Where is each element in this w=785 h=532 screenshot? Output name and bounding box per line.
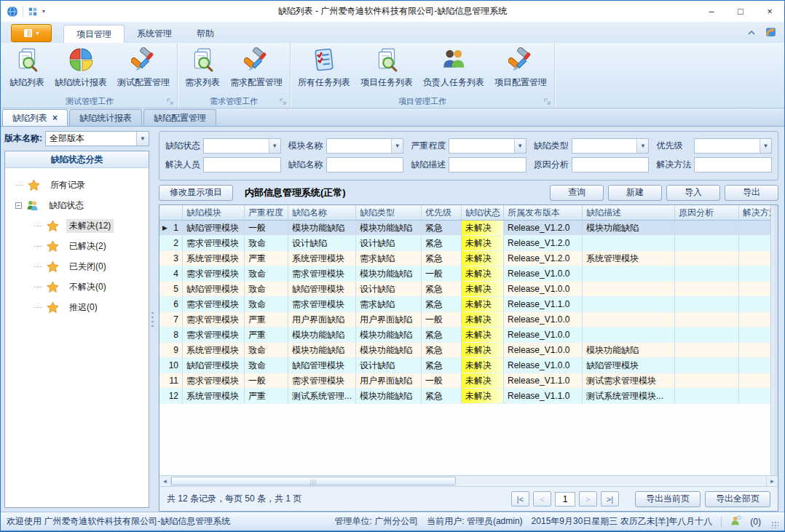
chevron-down-icon[interactable]: ▼ (269, 139, 280, 153)
splitter-handle[interactable] (149, 127, 156, 512)
import-button[interactable]: 导入 (666, 185, 720, 201)
export-all-pages-button[interactable]: 导出全部页 (705, 491, 770, 507)
chevron-down-icon[interactable]: ▼ (514, 139, 526, 153)
export-button[interactable]: 导出 (725, 185, 778, 201)
column-header[interactable]: 缺陷描述 (583, 205, 675, 220)
scroll-left-icon[interactable]: ◄ (159, 476, 171, 486)
ribbon-button-defect-list[interactable]: 缺陷列表 (4, 45, 50, 95)
ribbon-button-project-config[interactable]: 项目配置管理 (489, 45, 552, 95)
tree-item-resolved[interactable]: 已解决(2) (8, 236, 146, 256)
dialog-launcher-icon[interactable] (166, 98, 174, 106)
column-header[interactable]: 解决方法 (739, 205, 770, 220)
table-row[interactable]: 6需求管理模块致命需求管理模块需求缺陷紧急未解决Release_V1.1.0 (159, 297, 770, 312)
scroll-right-icon[interactable]: ► (766, 476, 778, 486)
table-row[interactable]: ▶1缺陷管理模块一般模块功能缺陷模块功能缺陷紧急未解决Release_V1.2.… (159, 221, 770, 236)
tree-item-defect-status[interactable]: −缺陷状态 (8, 195, 146, 215)
filter-input-defect-desc[interactable] (449, 157, 526, 172)
chevron-down-icon[interactable]: ▼ (760, 139, 771, 153)
query-button[interactable]: 查询 (550, 185, 604, 201)
ribbon-tab-project-management[interactable]: 项目管理 (63, 25, 125, 43)
filter-input-cause-analysis[interactable] (572, 157, 650, 172)
ribbon-tab-system-management[interactable]: 系统管理 (125, 25, 184, 43)
resize-grip[interactable] (771, 521, 778, 528)
chevron-down-icon[interactable]: ▼ (636, 139, 648, 153)
tree-connector (34, 246, 42, 247)
ribbon-button-requirement-list[interactable]: 需求列表 (180, 45, 225, 95)
table-row[interactable]: 3系统管理模块严重系统管理模块需求缺陷紧急未解决Release_V1.2.0系统… (159, 251, 770, 266)
ribbon-button-owner-tasks[interactable]: 负责人任务列表 (418, 45, 489, 95)
tree-item-unresolved[interactable]: 未解决(12) (8, 215, 146, 236)
column-header[interactable]: 缺陷状态 (462, 205, 504, 220)
dialog-launcher-icon[interactable] (279, 98, 287, 106)
tree-expander-icon[interactable]: − (15, 202, 22, 209)
new-button[interactable]: 新建 (608, 185, 662, 201)
cell-status: 未解决 (462, 327, 504, 343)
column-header[interactable]: 原因分析 (675, 205, 739, 220)
ribbon-button-project-tasks[interactable]: 项目任务列表 (355, 45, 418, 95)
cell-status: 未解决 (462, 373, 504, 389)
page-number-input[interactable] (555, 492, 575, 507)
next-page-button[interactable]: > (579, 491, 597, 507)
tree-item-closed[interactable]: 已关闭(0) (8, 256, 146, 277)
cell-module: 需求管理模块 (183, 327, 245, 343)
last-page-button[interactable]: >| (601, 491, 619, 507)
filter-select-severity[interactable]: ▼ (449, 138, 526, 154)
column-header[interactable]: 优先级 (422, 205, 462, 220)
table-row[interactable]: 12系统管理模块严重测试系统管理...模块功能缺陷紧急未解决Release_V1… (159, 389, 770, 404)
filter-input-resolver[interactable] (203, 157, 281, 172)
table-row[interactable]: 11需求管理模块一般需求管理模块用户界面缺陷一般未解决Release_V1.1.… (159, 373, 770, 389)
minimize-button[interactable]: – (697, 1, 726, 22)
tree-item-all-records[interactable]: 所有记录 (8, 175, 146, 195)
filter-input-solution[interactable] (694, 157, 772, 172)
prev-page-button[interactable]: < (533, 491, 551, 507)
export-current-page-button[interactable]: 导出当前页 (635, 491, 701, 507)
column-header[interactable]: 缺陷名称 (288, 205, 356, 220)
maximize-button[interactable]: □ (726, 1, 755, 22)
help-icon[interactable] (765, 25, 777, 40)
filter-select-module-name[interactable]: ▼ (326, 138, 404, 154)
column-header[interactable]: 严重程度 (245, 205, 288, 220)
column-header[interactable] (159, 205, 183, 220)
filter-input-defect-name[interactable] (326, 157, 404, 172)
tree-item-wontfix[interactable]: 不解决(0) (8, 277, 146, 297)
ribbon-button-all-tasks[interactable]: 所有任务列表 (293, 45, 355, 95)
column-header[interactable]: 缺陷模块 (183, 205, 245, 220)
first-page-button[interactable]: |< (511, 491, 529, 507)
horizontal-scrollbar[interactable]: ◄ ||| ► (159, 475, 778, 486)
scrollbar-thumb[interactable]: ||| (171, 477, 456, 485)
cell-module: 缺陷管理模块 (183, 282, 245, 297)
doc-tab[interactable]: 缺陷配置管理 (143, 109, 216, 126)
chevron-down-icon[interactable]: ▼ (391, 139, 403, 153)
table-row[interactable]: 4需求管理模块致命需求管理模块模块功能缺陷一般未解决Release_V1.0.0 (159, 266, 770, 282)
filter-select-priority[interactable]: ▼ (694, 138, 772, 154)
table-row[interactable]: 9系统管理模块致命模块功能缺陷模块功能缺陷紧急未解决Release_V1.0.0… (159, 343, 770, 358)
filter-select-defect-status[interactable]: ▼ (203, 138, 281, 154)
filter-select-defect-type[interactable]: ▼ (572, 138, 650, 154)
close-icon[interactable]: × (52, 113, 58, 123)
application-menu-button[interactable]: ▾ (11, 24, 52, 42)
collapse-ribbon-icon[interactable] (747, 28, 756, 38)
column-header[interactable]: 缺陷类型 (356, 205, 422, 220)
chevron-down-icon[interactable]: ▾ (42, 8, 45, 15)
chevron-down-icon[interactable]: ▼ (136, 132, 149, 146)
table-row[interactable]: 2需求管理模块致命设计缺陷设计缺陷紧急未解决Release_V1.2.0 (159, 236, 770, 251)
column-header[interactable]: 所属发布版本 (504, 205, 583, 220)
table-row[interactable]: 7需求管理模块严重用户界面缺陷用户界面缺陷一般未解决Release_V1.0.0 (159, 312, 770, 327)
ribbon-tab-help[interactable]: 帮助 (184, 25, 226, 43)
layout-grid-icon[interactable] (28, 7, 38, 17)
dialog-launcher-icon[interactable] (543, 98, 551, 106)
ribbon-button-defect-report[interactable]: 缺陷统计报表 (50, 45, 112, 95)
table-row[interactable]: 10缺陷管理模块致命缺陷管理模块设计缺陷紧急未解决Release_V1.0.0缺… (159, 358, 770, 373)
version-select[interactable]: 全部版本 ▼ (45, 131, 149, 146)
online-user-icon[interactable] (730, 515, 741, 528)
doc-tab[interactable]: 缺陷列表× (2, 109, 68, 126)
modify-columns-button[interactable]: 修改显示项目 (159, 185, 233, 201)
ribbon-button-requirement-config[interactable]: 需求配置管理 (225, 45, 288, 95)
doc-tab[interactable]: 缺陷统计报表 (69, 109, 142, 126)
tree-item-postponed[interactable]: 推迟(0) (8, 297, 146, 317)
table-row[interactable]: 5缺陷管理模块致命缺陷管理模块设计缺陷紧急未解决Release_V1.0.0 (159, 282, 770, 297)
ribbon-button-test-config[interactable]: 测试配置管理 (112, 45, 175, 95)
close-button[interactable]: × (755, 1, 784, 22)
vertical-scrollbar[interactable] (770, 205, 778, 475)
table-row[interactable]: 8需求管理模块严重模块功能缺陷模块功能缺陷紧急未解决Release_V1.0.0 (159, 327, 770, 343)
